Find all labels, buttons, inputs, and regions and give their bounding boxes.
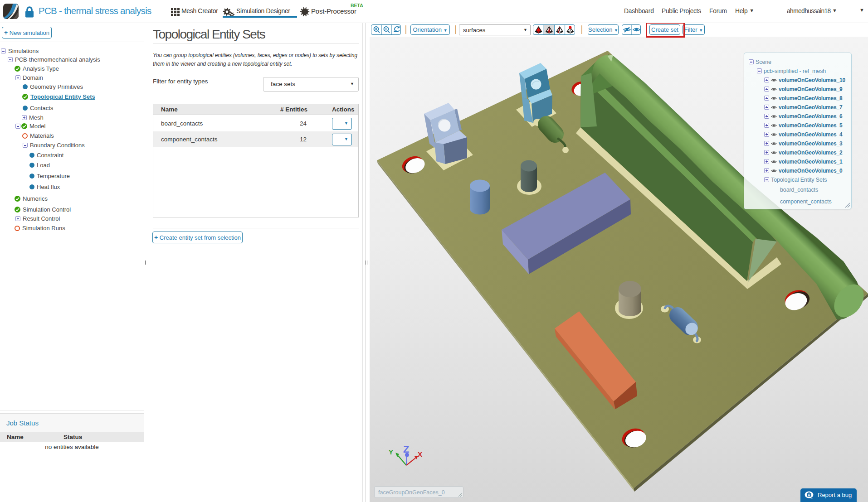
svg-text:X: X [418,450,422,458]
svg-text:Z: Z [403,444,409,455]
svg-text:Y: Y [389,448,393,456]
